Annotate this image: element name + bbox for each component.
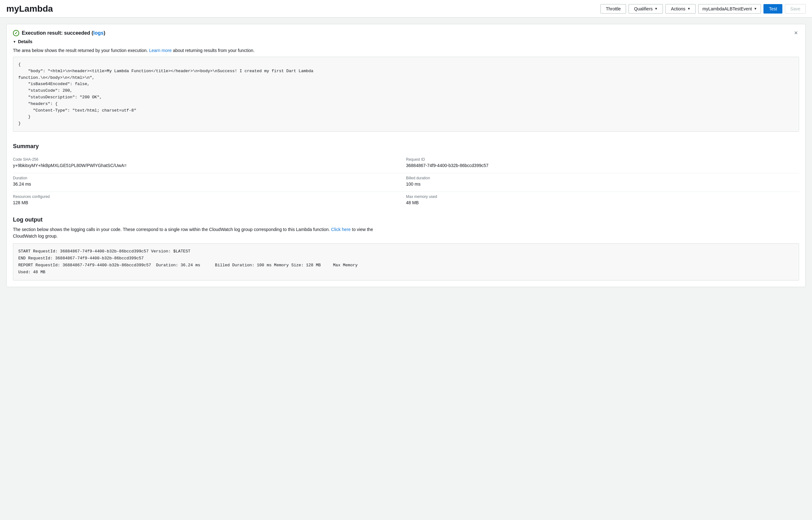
resources-label: Resources configured <box>13 194 406 199</box>
summary-item-max-memory: Max memory used 48 MB <box>406 192 799 210</box>
summary-title: Summary <box>13 143 799 150</box>
result-code-block: { "body": "<html>\n<header><title>My Lam… <box>13 57 799 132</box>
summary-item-request-id: Request ID 36884867-74f9-4400-b32b-86bcc… <box>406 155 799 173</box>
billed-duration-value: 100 ms <box>406 182 799 187</box>
duration-value: 36.24 ms <box>13 182 406 187</box>
test-button[interactable]: Test <box>763 4 782 14</box>
summary-item-resources: Resources configured 128 MB <box>13 192 406 210</box>
app-header: myLambda Throttle Qualifiers ▼ Actions ▼… <box>0 0 812 18</box>
actions-label: Actions <box>671 6 685 11</box>
details-label: Details <box>18 39 32 44</box>
click-here-link[interactable]: Click here <box>331 227 350 232</box>
qualifiers-button[interactable]: Qualifiers ▼ <box>629 4 663 14</box>
throttle-button[interactable]: Throttle <box>601 4 626 14</box>
details-toggle[interactable]: ▼ Details <box>7 36 805 47</box>
max-memory-value: 48 MB <box>406 200 799 205</box>
log-output-description: The section below shows the logging call… <box>13 226 799 239</box>
logs-link[interactable]: logs <box>93 30 104 35</box>
execution-status-text: Execution result: succeeded (logs) <box>22 30 105 36</box>
result-description: The area below shows the result returned… <box>7 47 805 57</box>
qualifiers-label: Qualifiers <box>634 6 653 11</box>
resources-value: 128 MB <box>13 200 406 205</box>
actions-chevron-icon: ▼ <box>687 7 690 10</box>
summary-item-billed-duration: Billed duration 100 ms <box>406 173 799 192</box>
save-button: Save <box>785 4 806 14</box>
learn-more-link[interactable]: Learn more <box>149 48 172 53</box>
event-selector-label: myLambdaALBTestEvent <box>702 6 752 11</box>
close-button[interactable]: × <box>793 29 799 36</box>
actions-button[interactable]: Actions ▼ <box>665 4 696 14</box>
max-memory-label: Max memory used <box>406 194 799 199</box>
sha-value: y+9bkitxyMY+hkBpMXLGE51PL80W/PWlYGhatSC/… <box>13 163 406 168</box>
page-title: myLambda <box>6 4 53 14</box>
header-actions: Throttle Qualifiers ▼ Actions ▼ myLambda… <box>601 4 806 14</box>
summary-item-duration: Duration 36.24 ms <box>13 173 406 192</box>
event-selector-button[interactable]: myLambdaALBTestEvent ▼ <box>698 4 761 14</box>
summary-section: Summary Code SHA-256 y+9bkitxyMY+hkBpMXL… <box>7 137 805 210</box>
sha-label: Code SHA-256 <box>13 157 406 162</box>
result-title: ✓ Execution result: succeeded (logs) <box>13 30 105 36</box>
log-output-title: Log output <box>13 216 799 223</box>
result-header: ✓ Execution result: succeeded (logs) × <box>7 24 805 36</box>
success-icon: ✓ <box>13 30 19 36</box>
main-content: ✓ Execution result: succeeded (logs) × ▼… <box>0 18 812 293</box>
request-id-value: 36884867-74f9-4400-b32b-86bccd399c57 <box>406 163 799 168</box>
details-arrow-icon: ▼ <box>13 40 16 44</box>
duration-label: Duration <box>13 176 406 180</box>
log-code-block: START RequestId: 36884867-74f9-4400-b32b… <box>13 243 799 281</box>
summary-grid: Code SHA-256 y+9bkitxyMY+hkBpMXLGE51PL80… <box>13 155 799 210</box>
result-panel: ✓ Execution result: succeeded (logs) × ▼… <box>6 24 806 287</box>
log-output-section: Log output The section below shows the l… <box>7 210 805 287</box>
billed-duration-label: Billed duration <box>406 176 799 180</box>
qualifiers-chevron-icon: ▼ <box>655 7 658 10</box>
summary-item-sha: Code SHA-256 y+9bkitxyMY+hkBpMXLGE51PL80… <box>13 155 406 173</box>
event-chevron-icon: ▼ <box>754 7 757 10</box>
request-id-label: Request ID <box>406 157 799 162</box>
